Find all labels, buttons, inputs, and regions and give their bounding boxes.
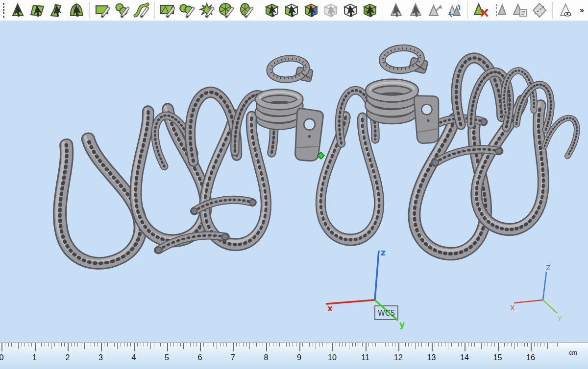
swap-selection-icon[interactable] — [446, 2, 463, 19]
ruler-tick — [273, 343, 273, 346]
model-teardrop-earring-2[interactable] — [119, 102, 212, 247]
nav-z-label: Z — [546, 264, 551, 272]
select-box-icon[interactable] — [283, 2, 300, 19]
ruler-tick — [293, 343, 293, 346]
ruler-tick — [107, 343, 108, 346]
ruler-tick — [157, 343, 157, 346]
ruler-tick — [147, 343, 147, 346]
ruler-tick — [544, 343, 544, 346]
model-coil-ring-1[interactable] — [258, 92, 300, 126]
ruler-tick — [160, 343, 161, 346]
mark-curve-icon[interactable] — [133, 2, 150, 19]
toolbar-separator — [259, 2, 259, 19]
ruler-tick — [322, 343, 323, 346]
ruler-tick — [481, 343, 482, 349]
ruler-number: 16 — [526, 353, 535, 362]
ruler-tick — [286, 343, 287, 346]
model-beaded-ring-1[interactable] — [269, 56, 315, 86]
ruler-tick — [382, 343, 382, 349]
ruler-tick — [540, 343, 541, 346]
ruler-tick — [448, 343, 448, 349]
hide-marked-triangles-icon[interactable] — [557, 2, 574, 19]
select-damaged-triangles-icon[interactable] — [407, 2, 424, 19]
ruler-tick — [313, 343, 313, 346]
ruler-tick — [445, 343, 445, 346]
ruler-number: 5 — [165, 353, 169, 362]
copy-triangles-icon[interactable] — [512, 2, 528, 19]
select-surface-icon[interactable] — [49, 2, 65, 19]
ruler-tick — [8, 343, 9, 346]
ruler-tick — [332, 343, 333, 351]
nav-x-axis — [514, 300, 543, 303]
mark-rectangle-icon[interactable] — [94, 2, 111, 19]
ruler-tick — [368, 343, 369, 346]
mark-window-pie-icon[interactable] — [218, 2, 235, 19]
ruler-tick — [127, 343, 128, 346]
model-coil-ring-2[interactable] — [368, 83, 415, 121]
main-toolbar: » — [0, 0, 588, 21]
select-gray-triangles-icon[interactable] — [388, 2, 404, 19]
viewport-3d[interactable]: x z y WCS X Z Y — [0, 21, 588, 343]
ruler-tick — [498, 343, 499, 351]
model-clasp-plate-2[interactable] — [414, 94, 441, 143]
ruler-tick — [256, 343, 257, 346]
ruler-tick — [428, 343, 429, 346]
move-selection-icon[interactable] — [427, 2, 443, 19]
ruler-tick — [253, 343, 253, 346]
mark-window-sector-icon[interactable] — [238, 2, 254, 19]
mark-window-brush-icon[interactable] — [179, 2, 196, 19]
ruler-tick — [54, 343, 55, 346]
ruler-tick — [144, 343, 144, 346]
ruler-tick — [302, 343, 303, 346]
toolbar-drag-handle[interactable] — [3, 3, 4, 18]
ruler-tick — [511, 343, 512, 346]
ruler-tick — [392, 343, 392, 346]
select-triangles-icon[interactable] — [9, 2, 26, 19]
ruler-number: 6 — [198, 353, 202, 362]
model-beaded-ring-2[interactable] — [381, 46, 429, 76]
ruler-tick — [279, 343, 280, 346]
horizontal-ruler: 012345678910111213141516 cm — [0, 343, 588, 369]
ruler-tick — [74, 343, 75, 346]
ruler-tick — [24, 343, 25, 346]
ruler-tick — [104, 343, 104, 346]
ruler-tick — [81, 343, 81, 346]
ruler-tick — [501, 343, 501, 346]
scene-canvas: x z y WCS X Z Y — [0, 21, 588, 343]
ruler-tick — [458, 343, 459, 346]
ruler-tick — [329, 343, 329, 346]
ruler-tick — [170, 343, 171, 346]
ruler-tick — [246, 343, 247, 346]
select-box-through-icon[interactable] — [264, 2, 280, 19]
model-horseshoe-loop-2[interactable] — [186, 90, 238, 161]
ruler-tick — [468, 343, 468, 346]
mark-brush-icon[interactable] — [114, 2, 130, 19]
ruler-tick — [316, 343, 316, 349]
ruler-tick — [263, 343, 263, 346]
ruler-tick — [38, 343, 38, 346]
select-shell-icon[interactable] — [68, 2, 85, 19]
select-box-marker-icon[interactable] — [342, 2, 359, 19]
model-clasp-plate-1[interactable] — [294, 108, 324, 161]
select-box-holes-icon[interactable] — [362, 2, 378, 19]
select-box-disabled-icon[interactable] — [322, 2, 339, 19]
mark-window-rectangle-icon[interactable] — [159, 2, 176, 19]
ruler-tick — [355, 343, 356, 346]
ruler-tick — [167, 343, 168, 351]
select-planes-icon[interactable] — [29, 2, 46, 19]
ruler-tick — [270, 343, 270, 346]
ruler-tick — [130, 343, 131, 346]
section-plane-icon[interactable] — [531, 2, 548, 19]
cut-plane-icon[interactable] — [492, 2, 509, 19]
ruler-tick — [345, 343, 346, 346]
ruler-tick — [276, 343, 276, 346]
ruler-number: 8 — [264, 353, 269, 362]
mark-window-star-icon[interactable] — [198, 2, 215, 19]
ruler-tick — [521, 343, 521, 346]
select-box-colored-icon[interactable] — [303, 2, 319, 19]
ruler-tick — [183, 343, 184, 349]
delete-marked-triangles-icon[interactable] — [472, 2, 489, 19]
ruler-tick — [71, 343, 72, 346]
ruler-tick — [425, 343, 425, 346]
toolbar-overflow-button[interactable]: » — [577, 6, 587, 15]
